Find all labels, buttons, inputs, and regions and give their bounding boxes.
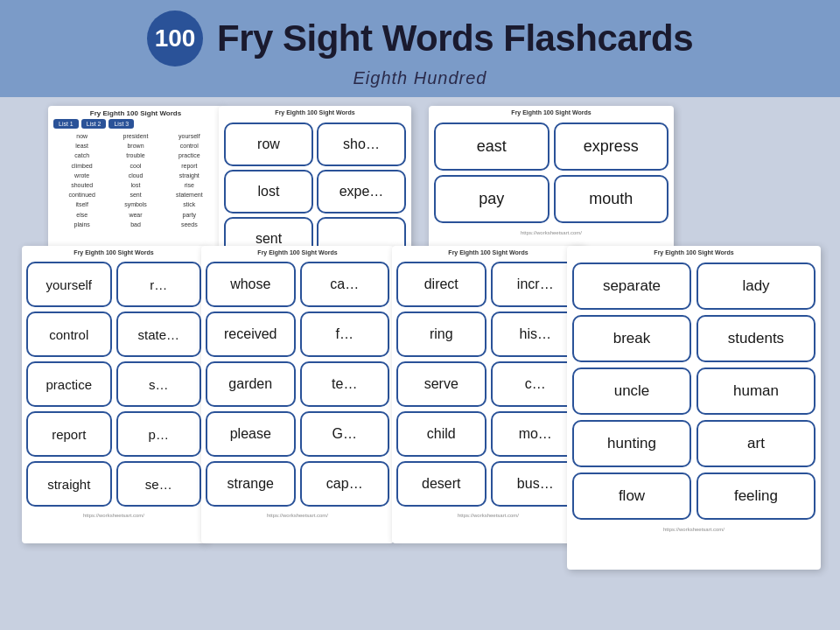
list-item: sent [108,190,162,200]
flashcard-cap[interactable]: cap… [300,461,390,507]
flashcard-control[interactable]: control [26,312,112,357]
flashcard-straight[interactable]: straight [26,461,112,507]
list-col1: now least catch climbed wrote shouted co… [55,131,108,229]
right-back-title: Fry Eighth 100 Sight Words [429,106,674,117]
flashcard-please[interactable]: please [206,411,296,457]
flashcard-garden[interactable]: garden [206,361,296,407]
front-left-cards: yourself r… control state… practice s… r… [22,257,206,511]
list-item: yourself [163,131,216,141]
flashcard-te[interactable]: te… [300,361,390,407]
front-right-sheet: Fry Eighth 100 Sight Words separate lady… [567,246,821,570]
list-tab-1[interactable]: List 1 [53,119,79,129]
list-item: statement [163,190,216,200]
flashcard-express[interactable]: express [554,122,669,171]
flashcard[interactable]: sho… [317,122,406,166]
right-back-cards: east express pay mouth [429,117,674,228]
flashcard-f[interactable]: f… [300,312,390,357]
flashcard-mouth[interactable]: mouth [554,175,669,223]
front-midleft-title: Fry Eighth 100 Sight Words [201,246,394,257]
url: https://worksheetsart.com/ [429,228,674,237]
flashcard[interactable]: expe… [317,170,406,214]
flashcard-g[interactable]: G… [300,411,390,457]
url: https://worksheetsart.com/ [22,511,206,520]
main-content: Fry Eighth 100 Sight Words List 1 List 2… [0,97,840,630]
flashcard-received[interactable]: received [206,312,296,357]
flashcard-se[interactable]: se… [116,461,202,507]
flashcard-yourself[interactable]: yourself [26,262,112,307]
front-midleft-sheet: Fry Eighth 100 Sight Words whose ca… rec… [201,246,394,543]
list-item: president [108,131,162,141]
list-col2: president brown trouble cool cloud lost … [108,131,162,229]
list-item: symbols [108,200,162,209]
list-item: else [55,210,108,220]
flashcard-feeling[interactable]: feeling [696,472,816,520]
list-item: trouble [108,150,162,160]
flashcard[interactable]: row [224,122,313,166]
list-item: party [163,210,216,220]
flashcard-s[interactable]: s… [116,361,202,407]
list-item: control [163,141,216,150]
front-midright-cards: direct incr… ring his… serve c… child mo… [392,257,584,511]
front-left-sheet: Fry Eighth 100 Sight Words yourself r… c… [22,246,206,543]
list-item: stick [163,200,216,209]
front-right-cards: separate lady break students uncle human… [567,257,821,525]
front-midright-sheet: Fry Eighth 100 Sight Words direct incr… … [392,246,584,543]
flashcard-pay[interactable]: pay [434,175,550,223]
flashcard-serve[interactable]: serve [396,361,486,407]
page-title: Fry Sight Words Flashcards [217,18,693,60]
list-item: straight [163,171,216,180]
list-item: continued [55,190,108,200]
url: https://worksheetsart.com/ [392,511,584,520]
flashcard-human[interactable]: human [696,368,816,415]
list-item: cloud [108,171,162,180]
page-header: 100 Fry Sight Words Flashcards Eighth Hu… [0,0,840,97]
flashcard-art[interactable]: art [696,420,816,467]
url: https://worksheetsart.com/ [201,511,394,520]
flashcard-flow[interactable]: flow [572,472,691,520]
flashcard-hunting[interactable]: hunting [572,420,691,467]
list-item: plains [55,220,108,229]
list-item: climbed [55,161,108,171]
flashcard-strange[interactable]: strange [206,461,296,507]
flashcard-p[interactable]: p… [116,411,202,457]
list-item: seeds [163,220,216,229]
flashcard-report[interactable]: report [26,411,112,457]
flashcard-desert[interactable]: desert [396,461,486,507]
list-item: brown [108,141,162,150]
list-item: lost [108,180,162,190]
front-left-title: Fry Eighth 100 Sight Words [22,246,206,257]
list-item: bad [108,220,162,229]
list-item: wear [108,210,162,220]
badge: 100 [147,10,203,66]
flashcard-uncle[interactable]: uncle [572,368,691,415]
flashcard[interactable]: lost [224,170,313,214]
list-item: cool [108,161,162,171]
flashcard-child[interactable]: child [396,411,486,457]
list-tab-2[interactable]: List 2 [81,119,107,129]
mid-back-title: Fry Eighth 100 Sight Words [219,106,411,117]
list-sheet-title: Fry Eighth 100 Sight Words [48,106,223,119]
flashcard-east[interactable]: east [434,122,550,171]
flashcard-ring[interactable]: ring [396,312,486,357]
list-item: shouted [55,180,108,190]
flashcard-direct[interactable]: direct [396,262,486,307]
flashcard-practice[interactable]: practice [26,361,112,407]
flashcard-students[interactable]: students [696,315,816,362]
list-item: least [55,141,108,150]
flashcard-break[interactable]: break [572,315,691,362]
list-tab-3[interactable]: List 3 [108,119,134,129]
flashcard-ca[interactable]: ca… [300,262,390,307]
list-item: practice [163,150,216,160]
front-midright-title: Fry Eighth 100 Sight Words [392,246,584,257]
list-item: now [55,131,108,141]
flashcard-separate[interactable]: separate [572,262,691,310]
list-item: wrote [55,171,108,180]
flashcard-state[interactable]: state… [116,312,202,357]
front-midleft-cards: whose ca… received f… garden te… please … [201,257,394,511]
flashcard-lady[interactable]: lady [696,262,816,310]
flashcard-whose[interactable]: whose [206,262,296,307]
list-item: itself [55,200,108,209]
list-tabs: List 1 List 2 List 3 [48,119,223,131]
flashcard-r[interactable]: r… [116,262,202,307]
word-list: now least catch climbed wrote shouted co… [48,131,223,229]
